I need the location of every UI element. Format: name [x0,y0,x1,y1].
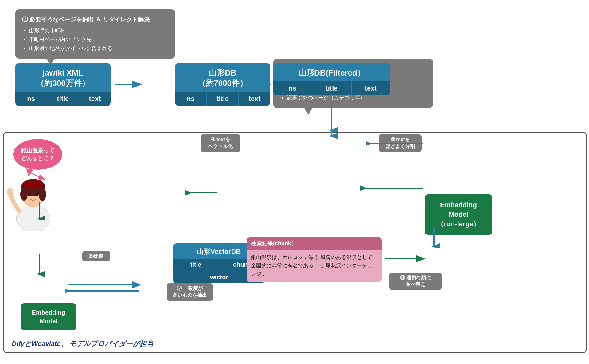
search-result-title: 検索結果(chunk） [247,237,382,250]
speech-bubble-text: 銀山温泉って どんなとこ？ [21,147,54,162]
svg-point-4 [39,188,46,201]
arrow-embed-qvec [33,253,45,278]
db-filtered-field-text: text [352,81,390,95]
info-box-left-item3: 山形県の地名がタイトルに含まれる [29,44,168,53]
db-filtered-title: 山形DB(Filtered） [273,63,390,81]
step4-label: ④ textを ベクトル化 [201,134,240,152]
arrow-2 [243,78,273,92]
diagram-container: ① 必要そうなページを抽出 ＆ リダイレクト解決 山形県の市町村 市町村ページ内… [0,0,589,364]
db-filtered: 山形DB(Filtered） ns title text [273,63,390,95]
svg-point-8 [36,192,39,196]
db-jawiki-field-title: title [47,92,79,106]
arrow-embed-vector [185,187,219,200]
db-yamagata-field-text: text [239,92,270,106]
arrow-search-rerank [383,253,426,266]
arrow-speech [29,170,47,183]
bottom-section: ③ textを ほどよく分割 ④ textを ベクトル化 山形DB （Chunk… [3,132,587,353]
info-box-left: ① 必要そうなページを抽出 ＆ リダイレクト解決 山形県の市町村 市町村ページ内… [15,9,175,59]
search-result-box: 検索結果(chunk） 銀山温泉は、大正ロマン漂う 風情のある温泉として 全国的… [247,237,382,282]
search-result-text: 銀山温泉は、大正ロマン漂う 風情のある温泉として 全国的に非常に有名である。 は… [247,250,382,282]
info-box-left-title: ① 必要そうなページを抽出 ＆ リダイレクト解決 [22,15,168,25]
arrow-1 [114,78,144,92]
svg-point-7 [28,192,31,196]
db-yamagata-field-ns: ns [175,92,207,106]
embedding-left-label: Embedding Model [21,303,76,330]
info-box-left-item1: 山形県の市町村 [29,26,168,35]
db-yamagata-field-title: title [207,92,239,106]
arrow-compare [65,280,142,297]
arrow-step3 [366,137,425,151]
speech-bubble: 銀山温泉って どんなとこ？ [7,139,62,170]
svg-point-3 [20,188,28,201]
arrow-chunked-down [428,225,440,249]
db-filtered-field-title: title [312,81,351,95]
info-box-left-item2: 市町村ページ内のリンク先 [29,35,168,44]
step6-label: ⑥比較 [82,251,110,261]
db-jawiki-title: jawiki XML （約300万件） [15,63,111,92]
db-jawiki-field-text: text [79,92,111,106]
db-filtered-field-ns: ns [273,81,312,95]
arrow-filtered-down [326,102,338,140]
step8-label: ⑧ 適切な順に 並べ替え [389,273,442,290]
db-jawiki-field-ns: ns [15,92,47,106]
step7-label: ⑦ 一致度が 高いものを抽出 [167,283,213,301]
vector-db-field-title: title [173,259,219,271]
svg-point-9 [7,188,13,196]
dify-label: DifyとWeaviate、 モデルプロバイダーが担当 [12,339,153,348]
arrow-emb-down [33,200,45,222]
db-jawiki: jawiki XML （約300万件） ns title text [15,63,111,106]
dify-label-text: DifyとWeaviate、 モデルプロバイダーが担当 [12,340,153,347]
arrow-chunked-embed [360,182,425,196]
